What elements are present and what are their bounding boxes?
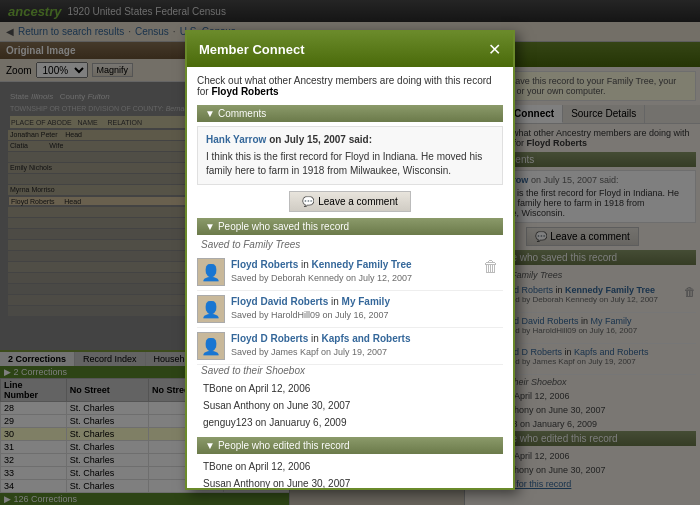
modal-arrow-1: ▼ [205,108,215,119]
modal-delete-1[interactable]: 🗑 [479,258,503,276]
modal-comment-icon: 💬 [302,196,314,207]
modal-dialog: Member Connect ✕ Check out what other An… [185,30,515,490]
modal-edited-section[interactable]: ▼ People who edited this record [197,437,503,454]
modal-subtitle: Check out what other Ancestry members ar… [197,75,503,97]
modal-saved-item-2: 👤 Floyd David Roberts in My Family Saved… [197,291,503,328]
modal-body: Check out what other Ancestry members ar… [187,67,513,490]
modal-saved-tree-3[interactable]: Kapfs and Roberts [322,333,411,344]
modal-leave-comment-button[interactable]: 💬 Leave a comment [289,191,411,212]
modal-avatar-3: 👤 [197,332,225,360]
modal-shoebox-label: Saved to their Shoebox [197,365,503,376]
modal-arrow-2: ▼ [205,221,215,232]
modal-saved-trees-label: Saved to Family Trees [197,239,503,250]
modal-saved-section[interactable]: ▼ People who saved this record [197,218,503,235]
modal-shoebox-3: genguy123 on Januaruy 6, 2009 [197,414,503,431]
modal-shoebox-2: Susan Anthony on June 30, 2007 [197,397,503,414]
modal-shoebox-1: TBone on April 12, 2006 [197,380,503,397]
modal-title: Member Connect [199,42,304,57]
modal-avatar-1: 👤 [197,258,225,286]
modal-saved-sub-1: Saved by Deborah Kennedy on July 12, 200… [231,272,412,285]
modal-comments-section[interactable]: ▼ Comments [197,105,503,122]
modal-overlay[interactable]: Member Connect ✕ Check out what other An… [0,0,700,505]
modal-saved-tree-2[interactable]: My Family [342,296,390,307]
modal-comment-box: Hank Yarrow on July 15, 2007 said: I thi… [197,126,503,185]
modal-arrow-3: ▼ [205,440,215,451]
modal-comment-text: I think this is the first record for Flo… [206,150,494,178]
modal-saved-person-2[interactable]: Floyd David Roberts [231,296,328,307]
modal-saved-person-1[interactable]: Floyd Roberts [231,259,298,270]
modal-edited-1: TBone on April 12, 2006 [197,458,503,475]
modal-saved-sub-3: Saved by James Kapf on July 19, 2007 [231,346,410,359]
modal-saved-person-3[interactable]: Floyd D Roberts [231,333,308,344]
modal-avatar-2: 👤 [197,295,225,323]
modal-saved-sub-2: Saved by HaroldHill09 on July 16, 2007 [231,309,390,322]
modal-edited-2: Susan Anthony on June 30, 2007 [197,475,503,490]
modal-close-button[interactable]: ✕ [488,40,501,59]
modal-header: Member Connect ✕ [187,32,513,67]
modal-saved-item-1: 👤 Floyd Roberts in Kennedy Family Tree S… [197,254,503,291]
modal-saved-item-3: 👤 Floyd D Roberts in Kapfs and Roberts S… [197,328,503,365]
modal-saved-tree-1[interactable]: Kennedy Family Tree [312,259,412,270]
